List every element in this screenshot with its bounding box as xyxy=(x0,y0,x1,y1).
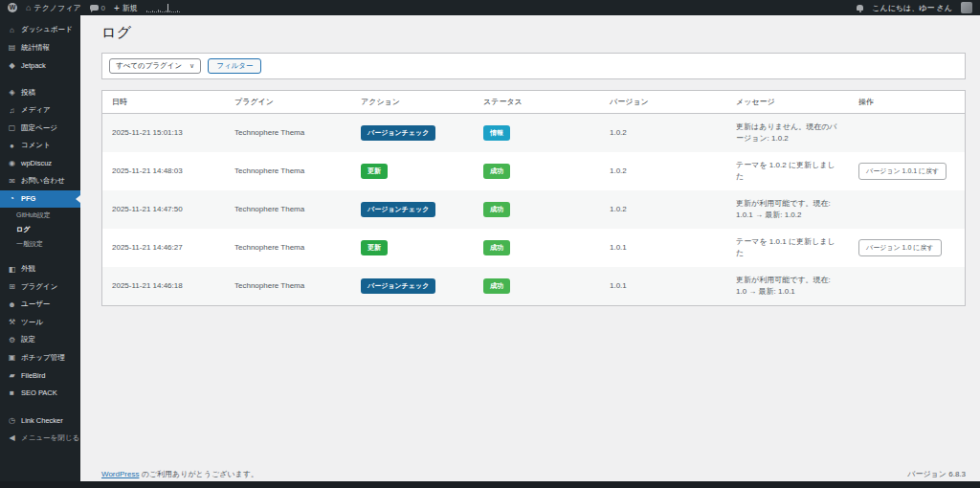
page-title: ログ xyxy=(101,24,966,42)
menu-label: プラグイン xyxy=(21,282,57,292)
cell-version: 1.0.2 xyxy=(600,190,726,229)
footer-thanks: WordPress のご利用ありがとうございます。 xyxy=(101,469,258,479)
plugin-icon: ⊞ xyxy=(8,282,16,291)
menu-label: コメント xyxy=(21,141,51,150)
cell-action: 更新 xyxy=(351,229,474,267)
sidebar-item-dashboard[interactable]: ⌂ダッシュボード xyxy=(0,21,80,39)
cell-version: 1.0.2 xyxy=(600,114,726,153)
log-table: 日時 プラグイン アクション ステータス バージョン メッセージ 操作 2025… xyxy=(102,91,965,305)
sidebar-item-collapse-menu[interactable]: ◀メニューを閉じる xyxy=(0,430,80,448)
menu-label: 設定 xyxy=(21,335,35,344)
revert-version-button[interactable]: バージョン 1.0 に戻す xyxy=(858,239,942,256)
footer: WordPress のご利用ありがとうございます。 バージョン 6.8.3 xyxy=(101,469,966,479)
menu-label: 外観 xyxy=(21,264,35,274)
sidebar-item-settings[interactable]: ⚙設定 xyxy=(0,331,80,349)
sidebar-item-comments[interactable]: ●コメント xyxy=(0,137,80,155)
footer-version: バージョン 6.8.3 xyxy=(907,469,966,479)
site-name-link[interactable]: ⌂ テクノフィア xyxy=(26,3,81,13)
tools-icon: ⚒ xyxy=(8,318,16,326)
log-row: 2025-11-21 14:47:50Technophere Themaバージョ… xyxy=(102,190,965,229)
cell-version: 1.0.1 xyxy=(600,229,726,267)
comments-count: 0 xyxy=(101,4,105,12)
user-icon: ☻ xyxy=(8,300,16,309)
sidebar-item-appearance[interactable]: ◧外観 xyxy=(0,260,80,278)
pfg-icon: ◔ xyxy=(8,194,16,203)
cell-message: 更新が利用可能です。現在: 1.0.1 → 最新: 1.0.2 xyxy=(726,190,849,229)
sidebar-item-users[interactable]: ☻ユーザー xyxy=(0,296,80,314)
new-content-menu[interactable]: + 新規 xyxy=(114,3,138,13)
brush-icon: ◧ xyxy=(8,265,16,274)
sidebar-item-seo-pack[interactable]: ■SEO PACK xyxy=(0,385,80,403)
sidebar-item-wpdiscuz[interactable]: ◉wpDiscuz xyxy=(0,155,80,173)
cell-datetime: 2025-11-21 14:46:27 xyxy=(102,229,225,267)
wordpress-logo-menu[interactable]: W xyxy=(8,3,17,12)
col-header-version: バージョン xyxy=(600,91,726,114)
sidebar-item-jetpack[interactable]: ◆Jetpack xyxy=(0,56,80,75)
notification-bell-icon[interactable] xyxy=(857,5,863,11)
chevron-down-icon: ∨ xyxy=(189,62,194,70)
sidebar-item-posts[interactable]: ◈投稿 xyxy=(0,84,80,102)
sidebar-item-stats[interactable]: ▤統計情報 xyxy=(0,39,80,57)
menu-label: SEO PACK xyxy=(21,388,57,397)
plugin-filter-select[interactable]: すべてのプラグイン ∨ xyxy=(109,58,201,74)
menu-label: wpDiscuz xyxy=(21,159,52,167)
cell-plugin: Technophere Thema xyxy=(225,152,351,190)
greeting-text[interactable]: こんにちは、ゆー さん xyxy=(872,3,952,13)
cell-message: 更新はありません。現在のバージョン: 1.0.2 xyxy=(726,114,849,153)
cell-action: バージョンチェック xyxy=(351,267,474,305)
sidebar-item-pochipp[interactable]: ▣ポチップ管理 xyxy=(0,349,80,367)
sidebar-item-pfg[interactable]: ◔PFG xyxy=(0,190,80,209)
sidebar-item-tools[interactable]: ⚒ツール xyxy=(0,314,80,332)
revert-version-button[interactable]: バージョン 1.0.1 に戻す xyxy=(858,163,947,180)
col-header-datetime: 日時 xyxy=(102,91,225,114)
sidebar-item-media[interactable]: ♫メディア xyxy=(0,101,80,120)
action-badge: バージョンチェック xyxy=(361,202,435,218)
jetpack-icon: ◆ xyxy=(8,61,16,70)
cell-plugin: Technophere Thema xyxy=(225,114,351,153)
cell-datetime: 2025-11-21 15:01:13 xyxy=(102,114,225,153)
cell-action: 更新 xyxy=(351,152,474,190)
cell-datetime: 2025-11-21 14:48:03 xyxy=(102,152,225,190)
sidebar-item-link-checker[interactable]: ◷Link Checker xyxy=(0,411,80,430)
wordpress-link[interactable]: WordPress xyxy=(101,470,139,478)
avatar[interactable] xyxy=(961,2,972,13)
page-icon: ▢ xyxy=(8,123,16,132)
menu-label: お問い合わせ xyxy=(21,176,65,186)
log-table-container: 日時 プラグイン アクション ステータス バージョン メッセージ 操作 2025… xyxy=(101,90,966,306)
sidebar-item-contact[interactable]: ✉お問い合わせ xyxy=(0,172,80,190)
cell-operation xyxy=(849,114,965,153)
cell-datetime: 2025-11-21 14:47:50 xyxy=(102,190,225,229)
menu-label: 一般設定 xyxy=(16,239,43,249)
col-header-status: ステータス xyxy=(474,91,600,114)
site-name: テクノフィア xyxy=(33,3,80,13)
cell-plugin: Technophere Thema xyxy=(225,229,351,267)
comments-shortcut[interactable]: 0 xyxy=(90,4,105,12)
action-badge: 更新 xyxy=(361,240,388,256)
plugin-filter-value: すべてのプラグイン xyxy=(116,61,182,71)
stats-icon: ▤ xyxy=(8,43,16,52)
menu-separator xyxy=(0,251,80,260)
cell-message: テーマを 1.0.2 に更新しました xyxy=(726,152,849,190)
stats-sparkline[interactable] xyxy=(146,4,180,12)
collapse-arrow-icon: ◀ xyxy=(8,433,16,442)
menu-label: Jetpack xyxy=(21,61,46,70)
status-badge: 成功 xyxy=(483,278,510,295)
sidebar-subitem-github-settings[interactable]: GitHub設定 xyxy=(0,208,80,222)
sidebar-item-filebird[interactable]: ▰FileBird xyxy=(0,366,80,385)
menu-label: ダッシュボード xyxy=(21,25,73,34)
log-table-body: 2025-11-21 15:01:13Technophere Themaバージョ… xyxy=(102,114,965,306)
filter-button[interactable]: フィルター xyxy=(208,58,261,74)
sidebar-item-plugins[interactable]: ⊞プラグイン xyxy=(0,278,80,297)
current-menu-arrow xyxy=(76,195,80,203)
status-badge: 情報 xyxy=(483,125,510,142)
sidebar-subitem-log[interactable]: ログ xyxy=(0,222,80,236)
log-row: 2025-11-21 15:01:13Technophere Themaバージョ… xyxy=(102,114,965,153)
status-badge: 成功 xyxy=(483,202,510,218)
sidebar-subitem-general-settings[interactable]: 一般設定 xyxy=(0,236,80,251)
wpdiscuz-icon: ◉ xyxy=(8,159,16,167)
sidebar-item-pages[interactable]: ▢固定ページ xyxy=(0,120,80,138)
menu-label: ツール xyxy=(21,318,43,327)
cell-operation: バージョン 1.0 に戻す xyxy=(849,229,965,267)
menu-label: 固定ページ xyxy=(21,123,57,133)
filter-bar: すべてのプラグイン ∨ フィルター xyxy=(101,53,966,79)
